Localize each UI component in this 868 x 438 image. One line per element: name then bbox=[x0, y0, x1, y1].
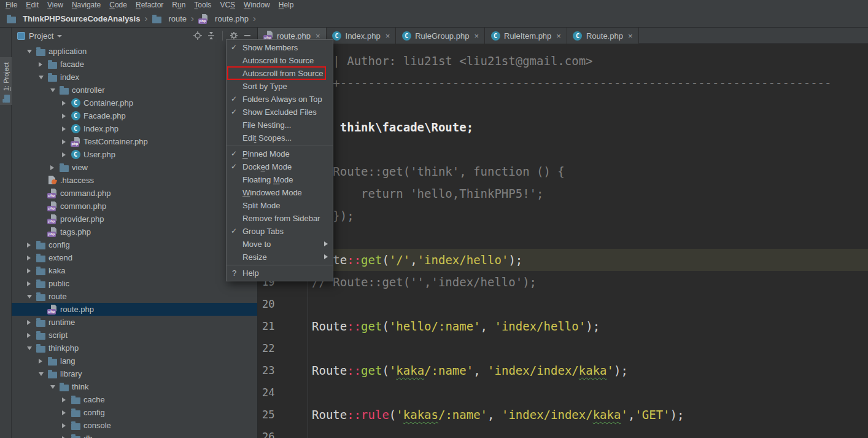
menu-item-help[interactable]: ?Help bbox=[227, 267, 333, 280]
close-icon[interactable]: × bbox=[628, 32, 633, 40]
locate-icon[interactable] bbox=[193, 31, 203, 41]
tree-item-controller[interactable]: controller bbox=[12, 84, 257, 96]
menu-item-file-nesting[interactable]: File Nesting... bbox=[227, 119, 333, 131]
tree-item-provider-php[interactable]: phpprovider.php bbox=[12, 213, 257, 225]
tree-item-tags-php[interactable]: phptags.php bbox=[12, 225, 257, 238]
menu-item-folders-always-on-top[interactable]: ✓Folders Always on Top bbox=[227, 93, 333, 106]
chevron-expanded-icon[interactable] bbox=[27, 50, 36, 53]
menu-item-show-members[interactable]: ✓Show Members bbox=[227, 41, 333, 54]
menu-vcs[interactable]: VCS bbox=[215, 0, 239, 10]
close-icon[interactable]: × bbox=[316, 32, 320, 40]
tree-item-index[interactable]: index bbox=[12, 71, 257, 84]
tree-item-application[interactable]: application bbox=[12, 45, 257, 58]
menu-item-split-mode[interactable]: Split Mode bbox=[227, 199, 333, 212]
tree-item-lang[interactable]: lang bbox=[12, 354, 257, 367]
chevron-collapsed-icon[interactable] bbox=[27, 320, 36, 325]
menu-run[interactable]: Run bbox=[168, 0, 190, 10]
tab-ruleitem-php[interactable]: CRuleItem.php× bbox=[485, 28, 567, 44]
tree-item-user-php[interactable]: CUser.php bbox=[12, 148, 257, 161]
chevron-collapsed-icon[interactable] bbox=[27, 333, 36, 338]
tree-item-route-php[interactable]: phproute.php bbox=[12, 303, 257, 316]
menu-item-docked-mode[interactable]: ✓Docked Mode bbox=[227, 160, 333, 173]
tree-item-facade[interactable]: facade bbox=[12, 58, 257, 71]
menu-item-autoscroll-from-source[interactable]: Autoscroll from Source bbox=[227, 67, 333, 80]
tree-item-testcontainer-php[interactable]: phpTestContainer.php bbox=[12, 135, 257, 148]
tab-index-php[interactable]: CIndex.php× bbox=[327, 28, 397, 44]
chevron-collapsed-icon[interactable] bbox=[62, 139, 71, 144]
menu-view[interactable]: View bbox=[43, 0, 68, 10]
tree-item-htaccess[interactable]: .htaccess bbox=[12, 174, 257, 187]
menu-help[interactable]: Help bbox=[274, 0, 298, 10]
chevron-collapsed-icon[interactable] bbox=[62, 127, 71, 131]
menu-item-sort-by-type[interactable]: Sort by Type bbox=[227, 80, 333, 93]
chevron-expanded-icon[interactable] bbox=[27, 346, 36, 350]
close-icon[interactable]: × bbox=[556, 32, 561, 40]
tree-item-facade-php[interactable]: CFacade.php bbox=[12, 109, 257, 122]
menu-item-autoscroll-to-source[interactable]: Autoscroll to Source bbox=[227, 54, 333, 67]
chevron-collapsed-icon[interactable] bbox=[39, 359, 47, 364]
menu-item-resize[interactable]: Resize bbox=[227, 251, 333, 264]
tree-item-runtime[interactable]: runtime bbox=[12, 316, 257, 329]
tree-item-public[interactable]: public bbox=[12, 277, 257, 290]
chevron-expanded-icon[interactable] bbox=[50, 88, 59, 92]
tree-item-db[interactable]: db bbox=[12, 432, 257, 438]
menu-window[interactable]: Window bbox=[239, 0, 274, 10]
chevron-collapsed-icon[interactable] bbox=[62, 410, 71, 415]
close-icon[interactable]: × bbox=[386, 32, 390, 40]
tree-item-config[interactable]: config bbox=[12, 406, 257, 419]
tree-item-index-php[interactable]: CIndex.php bbox=[12, 122, 257, 135]
tree-item-config[interactable]: config bbox=[12, 238, 257, 251]
chevron-collapsed-icon[interactable] bbox=[39, 62, 47, 67]
tool-window-button-project[interactable]: 1: Project bbox=[0, 57, 12, 105]
menu-item-edit-scopes[interactable]: Edit Scopes... bbox=[227, 131, 333, 144]
chevron-collapsed-icon[interactable] bbox=[50, 165, 59, 170]
chevron-collapsed-icon[interactable] bbox=[27, 281, 36, 286]
chevron-collapsed-icon[interactable] bbox=[27, 268, 36, 273]
chevron-collapsed-icon[interactable] bbox=[62, 152, 71, 157]
chevron-collapsed-icon[interactable] bbox=[62, 397, 71, 402]
tree-item-view[interactable]: view bbox=[12, 161, 257, 174]
close-icon[interactable]: × bbox=[474, 32, 479, 40]
breadcrumb-thinkphpsourcecodeanalysis[interactable]: ThinkPHPSourceCodeAnalysis bbox=[6, 14, 140, 24]
tree-item-container-php[interactable]: CContainer.php bbox=[12, 96, 257, 109]
chevron-expanded-icon[interactable] bbox=[39, 372, 47, 376]
chevron-collapsed-icon[interactable] bbox=[62, 423, 71, 428]
tree-item-common-php[interactable]: phpcommon.php bbox=[12, 200, 257, 213]
chevron-collapsed-icon[interactable] bbox=[62, 114, 71, 119]
menu-code[interactable]: Code bbox=[105, 0, 131, 10]
tree-item-route[interactable]: route bbox=[12, 290, 257, 303]
tree-item-library[interactable]: library bbox=[12, 367, 257, 380]
tree-item-thinkphp[interactable]: thinkphp bbox=[12, 342, 257, 354]
breadcrumb-route[interactable]: route bbox=[152, 14, 187, 24]
menu-tools[interactable]: Tools bbox=[190, 0, 215, 10]
menu-item-remove-from-sidebar[interactable]: Remove from Sidebar bbox=[227, 212, 333, 225]
chevron-collapsed-icon[interactable] bbox=[62, 101, 71, 106]
tree-item-command-php[interactable]: phpcommand.php bbox=[12, 187, 257, 200]
menu-edit[interactable]: Edit bbox=[21, 0, 43, 10]
tab-route-php[interactable]: CRoute.php× bbox=[567, 28, 639, 44]
tree-item-cache[interactable]: cache bbox=[12, 393, 257, 406]
tree-item-kaka[interactable]: kaka bbox=[12, 264, 257, 277]
breadcrumb-route-php[interactable]: phproute.php bbox=[198, 14, 249, 24]
menu-item-floating-mode[interactable]: Floating Mode bbox=[227, 173, 333, 186]
menu-item-windowed-mode[interactable]: Windowed Mode bbox=[227, 186, 333, 199]
menu-item-move-to[interactable]: Move to bbox=[227, 238, 333, 251]
collapse-all-icon[interactable] bbox=[206, 31, 216, 41]
menu-navigate[interactable]: Navigate bbox=[68, 0, 105, 10]
project-panel-title[interactable]: Project bbox=[29, 31, 53, 41]
menu-item-group-tabs[interactable]: ✓Group Tabs bbox=[227, 225, 333, 238]
tree-item-think[interactable]: think bbox=[12, 380, 257, 393]
tree-item-extend[interactable]: extend bbox=[12, 251, 257, 264]
chevron-down-icon[interactable] bbox=[57, 35, 62, 37]
menu-item-pinned-mode[interactable]: ✓Pinned Mode bbox=[227, 147, 333, 160]
tab-rulegroup-php[interactable]: CRuleGroup.php× bbox=[396, 28, 485, 44]
tree-item-script[interactable]: script bbox=[12, 329, 257, 342]
chevron-expanded-icon[interactable] bbox=[39, 76, 47, 79]
chevron-collapsed-icon[interactable] bbox=[27, 243, 36, 248]
code-editor[interactable]: 9// | Author: liu21st <liu21st@gmail.com… bbox=[258, 44, 868, 438]
menu-item-show-excluded-files[interactable]: ✓Show Excluded Files bbox=[227, 106, 333, 119]
tree-item-console[interactable]: console bbox=[12, 419, 257, 432]
chevron-collapsed-icon[interactable] bbox=[62, 436, 71, 438]
menu-file[interactable]: File bbox=[1, 0, 21, 10]
chevron-collapsed-icon[interactable] bbox=[27, 256, 36, 260]
